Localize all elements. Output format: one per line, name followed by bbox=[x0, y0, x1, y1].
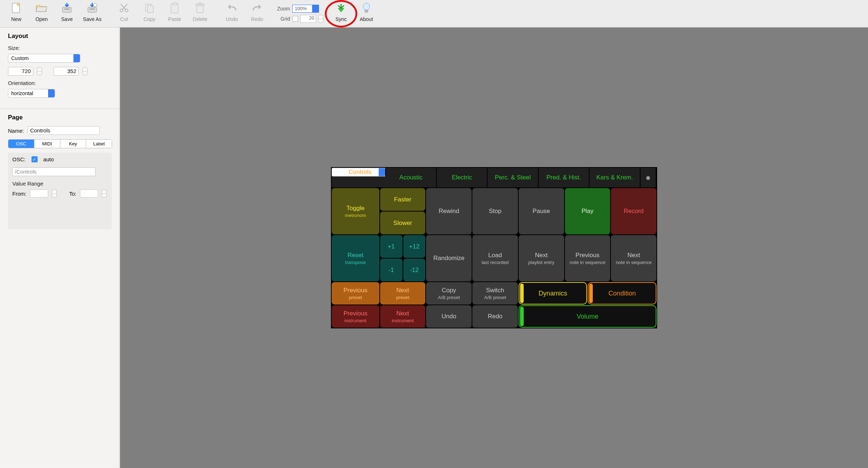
randomize-button[interactable]: Randomize bbox=[426, 235, 472, 281]
redo-icon bbox=[251, 1, 264, 14]
stop-button[interactable]: Stop bbox=[472, 188, 518, 234]
layout-preview[interactable]: Controls Acoustic Electric Perc. & Steel… bbox=[331, 167, 657, 328]
save-as-button[interactable]: … Save As bbox=[80, 1, 105, 26]
open-button[interactable]: Open bbox=[29, 1, 54, 26]
condition-slider[interactable]: Condition bbox=[588, 282, 656, 305]
tab-osc[interactable]: OSC bbox=[8, 140, 34, 148]
redo-button[interactable]: Redo bbox=[244, 1, 270, 26]
svg-rect-13 bbox=[173, 3, 176, 5]
next-note-button[interactable]: Nextnote in sequence bbox=[611, 235, 656, 281]
orientation-label: Orientation: bbox=[8, 80, 112, 86]
prev-instrument-button[interactable]: Previousinstrument bbox=[332, 305, 379, 328]
page-tabs: OSC MIDI Key Label bbox=[8, 139, 112, 148]
orientation-select[interactable]: horizontal bbox=[8, 89, 55, 98]
minus1-button[interactable]: -1 bbox=[380, 259, 403, 281]
copy-button[interactable]: Copy bbox=[137, 1, 162, 26]
grid-checkbox[interactable] bbox=[292, 16, 298, 22]
save-button[interactable]: Save bbox=[54, 1, 80, 26]
scissors-icon bbox=[118, 1, 131, 14]
copy-ab-button[interactable]: CopyA/B preset bbox=[426, 282, 472, 305]
zoom-select[interactable]: 100% bbox=[292, 5, 319, 13]
osc-path-input[interactable]: /Controls bbox=[12, 167, 95, 176]
sync-button[interactable]: Sync bbox=[328, 1, 354, 26]
plus12-button[interactable]: +12 bbox=[403, 235, 426, 258]
height-stepper[interactable] bbox=[82, 67, 88, 75]
osc-settings: OSC: ✓ auto /Controls Value Range From: … bbox=[8, 153, 112, 229]
height-input[interactable]: 352 bbox=[54, 67, 79, 76]
page-name-input[interactable]: Controls bbox=[27, 126, 100, 135]
osc-auto-label: auto bbox=[43, 156, 54, 162]
rewind-button[interactable]: Rewind bbox=[426, 188, 472, 234]
layout-tab-electric[interactable]: Electric bbox=[437, 168, 488, 187]
svg-marker-17 bbox=[338, 8, 344, 12]
page-title: Page bbox=[8, 114, 112, 121]
about-button[interactable]: About bbox=[354, 1, 379, 26]
next-preset-button[interactable]: Nextpreset bbox=[380, 282, 426, 305]
svg-rect-5 bbox=[90, 9, 95, 9]
layout-tab-kars[interactable]: Kars & Krem. bbox=[590, 168, 641, 187]
to-stepper[interactable] bbox=[102, 190, 107, 197]
prev-preset-button[interactable]: Previouspreset bbox=[332, 282, 379, 305]
cut-button[interactable]: Cut bbox=[111, 1, 137, 26]
layout-tab-pred[interactable]: Pred. & Hist. bbox=[539, 168, 590, 187]
from-input[interactable] bbox=[30, 190, 48, 197]
plus1-button[interactable]: +1 bbox=[380, 235, 403, 258]
svg-rect-19 bbox=[365, 10, 368, 12]
pause-button[interactable]: Pause bbox=[519, 188, 564, 234]
page-panel: Page Name: Controls OSC MIDI Key Label O… bbox=[0, 109, 120, 236]
svg-rect-16 bbox=[199, 3, 201, 4]
svg-rect-3 bbox=[64, 9, 69, 9]
volume-slider[interactable]: Volume bbox=[519, 305, 656, 328]
svg-rect-4 bbox=[88, 7, 97, 12]
new-button[interactable]: New bbox=[4, 1, 29, 26]
faster-button[interactable]: Faster bbox=[380, 188, 426, 211]
toggle-metronom-button[interactable]: Togglemetronom bbox=[332, 188, 379, 234]
dynamics-slider[interactable]: Dynamics bbox=[519, 282, 587, 305]
next-playlist-button[interactable]: Nextplaylist entry bbox=[519, 235, 564, 281]
layout-tab-perc[interactable]: Perc. & Steel bbox=[488, 168, 539, 187]
to-label: To: bbox=[69, 191, 76, 197]
prev-note-button[interactable]: Previousnote in sequence bbox=[565, 235, 610, 281]
next-instrument-button[interactable]: Nextinstrument bbox=[380, 305, 426, 328]
reset-transpose-button[interactable]: Resettranspose bbox=[332, 235, 379, 281]
zoom-label: Zoom bbox=[275, 6, 290, 12]
layout-tab-controls[interactable]: Controls bbox=[332, 168, 386, 176]
osc-label: OSC: bbox=[12, 156, 26, 162]
sidebar: Layout Size: Custom 720 352 Orientation:… bbox=[0, 27, 120, 468]
grid-label: Grid bbox=[275, 16, 290, 22]
undo-button[interactable]: Undo bbox=[219, 1, 244, 26]
grid-stepper[interactable] bbox=[318, 15, 323, 23]
minus12-button[interactable]: -12 bbox=[403, 259, 426, 281]
width-input[interactable]: 720 bbox=[8, 67, 33, 76]
svg-point-18 bbox=[363, 3, 370, 10]
page-name-label: Name: bbox=[8, 128, 24, 134]
new-file-icon bbox=[10, 1, 23, 14]
layout-tab-indicator[interactable]: ● bbox=[641, 168, 656, 187]
canvas[interactable]: Controls Acoustic Electric Perc. & Steel… bbox=[120, 27, 868, 468]
zoom-grid-group: Zoom 100% Grid 20 bbox=[275, 1, 323, 26]
undo-control-button[interactable]: Undo bbox=[426, 305, 472, 328]
width-stepper[interactable] bbox=[37, 67, 42, 75]
to-input[interactable] bbox=[80, 190, 98, 197]
size-label: Size: bbox=[8, 45, 112, 51]
record-button[interactable]: Record bbox=[611, 188, 656, 234]
size-preset-select[interactable]: Custom bbox=[8, 54, 80, 63]
copy-icon bbox=[143, 1, 156, 14]
delete-button[interactable]: Delete bbox=[187, 1, 213, 26]
tab-label[interactable]: Label bbox=[86, 140, 112, 148]
from-stepper[interactable] bbox=[52, 190, 57, 197]
tab-midi[interactable]: MIDI bbox=[34, 140, 60, 148]
play-button[interactable]: Play bbox=[565, 188, 610, 234]
layout-tab-acoustic[interactable]: Acoustic bbox=[386, 168, 437, 187]
switch-ab-button[interactable]: SwitchA/B preset bbox=[472, 282, 518, 305]
layout-title: Layout bbox=[8, 33, 112, 40]
toolbar: New Open Save … Save As Cut Copy P bbox=[0, 0, 868, 27]
grid-size-input[interactable]: 20 bbox=[300, 15, 316, 23]
clipboard-icon bbox=[168, 1, 181, 14]
tab-key[interactable]: Key bbox=[60, 140, 86, 148]
redo-control-button[interactable]: Redo bbox=[472, 305, 518, 328]
paste-button[interactable]: Paste bbox=[162, 1, 187, 26]
osc-auto-checkbox[interactable]: ✓ bbox=[31, 156, 38, 162]
load-last-button[interactable]: Loadlast recorded bbox=[472, 235, 518, 281]
slower-button[interactable]: Slower bbox=[380, 212, 426, 234]
